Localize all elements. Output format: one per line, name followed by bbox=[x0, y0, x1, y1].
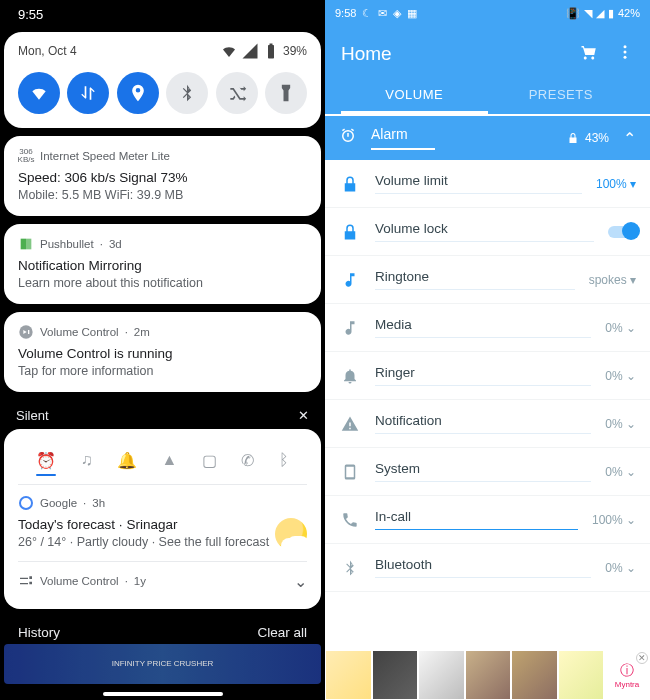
volume-row-ringtone[interactable]: Ringtonespokes ▾ bbox=[325, 256, 650, 304]
row-label: Volume lock bbox=[375, 221, 594, 242]
app-name: Pushbullet bbox=[40, 238, 94, 250]
vc-footer-time: 1y bbox=[134, 575, 146, 587]
cart-icon[interactable] bbox=[580, 43, 598, 65]
quick-settings-panel: Mon, Oct 4 39% bbox=[4, 32, 321, 128]
signal-icon: ◢ bbox=[596, 7, 604, 20]
notification-card[interactable]: Pushbullet·3dNotification MirroringLearn… bbox=[4, 224, 321, 304]
volume-row-system[interactable]: System0% ⌄ bbox=[325, 448, 650, 496]
qs-location-button[interactable] bbox=[117, 72, 159, 114]
row-label: System bbox=[375, 461, 591, 482]
vc-alarm-icon[interactable]: ⏰ bbox=[36, 451, 56, 470]
music-icon bbox=[339, 271, 361, 289]
close-icon[interactable]: ✕ bbox=[298, 408, 309, 423]
battery-icon bbox=[262, 42, 280, 60]
row-label: In-call bbox=[375, 509, 578, 530]
more-icon[interactable] bbox=[616, 43, 634, 65]
qs-shuffle-button[interactable] bbox=[216, 72, 258, 114]
panel-date: Mon, Oct 4 bbox=[18, 44, 77, 58]
svg-point-6 bbox=[624, 56, 627, 59]
notif-title: Notification Mirroring bbox=[18, 258, 307, 273]
row-value: 0% ⌄ bbox=[605, 321, 636, 335]
notification-card[interactable]: Volume Control·2mVolume Control is runni… bbox=[4, 312, 321, 392]
row-label: Media bbox=[375, 317, 591, 338]
ad-brand[interactable]: ✕ ⓘ Myntra bbox=[604, 650, 650, 700]
app-icon bbox=[18, 236, 34, 252]
vibrate-icon: 📳 bbox=[566, 7, 580, 20]
vc-bell-icon[interactable]: 🔔 bbox=[117, 451, 137, 470]
volume-row-bluetooth[interactable]: Bluetooth0% ⌄ bbox=[325, 544, 650, 592]
tab-presets[interactable]: PRESETS bbox=[488, 74, 635, 114]
right-phone: 9:58 ☾ ✉ ◈ ▦ 📳 ◥ ◢ ▮ 42% Home bbox=[325, 0, 650, 700]
notif-title: Speed: 306 kb/s Signal 73% bbox=[18, 170, 307, 185]
weather-title: Today's forecast · Srinagar bbox=[18, 517, 269, 532]
history-button[interactable]: History bbox=[18, 625, 60, 640]
volume-row-ringer[interactable]: Ringer0% ⌄ bbox=[325, 352, 650, 400]
row-value: 0% ⌄ bbox=[605, 465, 636, 479]
vc-music-icon[interactable]: ♫ bbox=[81, 451, 93, 470]
clear-all-button[interactable]: Clear all bbox=[257, 625, 307, 640]
notification-card[interactable]: 306KB/sInternet Speed Meter LiteSpeed: 3… bbox=[4, 136, 321, 216]
volume-control-silent-card[interactable]: ⏰♫🔔▲▢✆ᛒ Google · 3h Today's forecast · S… bbox=[4, 429, 321, 609]
app-icon: ▦ bbox=[407, 7, 417, 20]
google-icon bbox=[18, 495, 34, 511]
volume-row-volume-limit[interactable]: Volume limit100% ▾ bbox=[325, 160, 650, 208]
row-value: spokes ▾ bbox=[589, 273, 636, 287]
alert-icon bbox=[339, 415, 361, 433]
chevron-down-icon[interactable]: ⌄ bbox=[294, 572, 307, 591]
weather-icon bbox=[275, 518, 307, 550]
ad-banner[interactable]: ✕ ⓘ Myntra bbox=[325, 650, 650, 700]
volume-row-in-call[interactable]: In-call100% ⌄ bbox=[325, 496, 650, 544]
mail-icon: ✉ bbox=[378, 7, 387, 20]
row-value: 0% ⌄ bbox=[605, 369, 636, 383]
ad-banner[interactable]: INFINITY PRICE CRUSHER bbox=[4, 644, 321, 684]
weather-app: Google bbox=[40, 497, 77, 509]
notif-body: Learn more about this notification bbox=[18, 275, 307, 292]
app-icon bbox=[18, 324, 34, 340]
signal-icon bbox=[241, 42, 259, 60]
app-name: Volume Control bbox=[40, 326, 119, 338]
silent-label: Silent bbox=[16, 408, 49, 423]
volume-row-volume-lock[interactable]: Volume lock bbox=[325, 208, 650, 256]
svg-point-4 bbox=[624, 45, 627, 48]
vc-bluetooth-icon[interactable]: ᛒ bbox=[279, 451, 289, 470]
lock-icon bbox=[339, 223, 361, 241]
lock-icon bbox=[339, 175, 361, 193]
volume-row-notification[interactable]: Notification0% ⌄ bbox=[325, 400, 650, 448]
row-value: 100% ▾ bbox=[596, 177, 636, 191]
vc-phone-icon[interactable]: ▢ bbox=[202, 451, 217, 470]
alarm-value: 43% bbox=[567, 131, 609, 145]
vc-call-icon[interactable]: ✆ bbox=[241, 451, 254, 470]
notif-title: Volume Control is running bbox=[18, 346, 307, 361]
svg-point-5 bbox=[624, 51, 627, 54]
call-icon bbox=[339, 511, 361, 529]
chevron-up-icon[interactable]: ⌃ bbox=[623, 129, 636, 148]
silent-header: Silent ✕ bbox=[0, 400, 325, 429]
qs-wifi-button[interactable] bbox=[18, 72, 60, 114]
volume-row-media[interactable]: Media0% ⌄ bbox=[325, 304, 650, 352]
svg-rect-0 bbox=[21, 239, 26, 250]
row-value: 100% ⌄ bbox=[592, 513, 636, 527]
slider-icon bbox=[18, 573, 34, 589]
wifi-icon: ◥ bbox=[584, 7, 592, 20]
notif-time: 2m bbox=[134, 326, 150, 338]
row-label: Ringer bbox=[375, 365, 591, 386]
row-value: 0% ⌄ bbox=[605, 417, 636, 431]
vc-alert-icon[interactable]: ▲ bbox=[162, 451, 178, 470]
row-label: Volume limit bbox=[375, 173, 582, 194]
main-alarm-row[interactable]: Alarm 43% ⌃ bbox=[325, 116, 650, 160]
alarm-icon bbox=[339, 127, 357, 149]
notif-time: 3d bbox=[109, 238, 122, 250]
nav-handle[interactable] bbox=[103, 692, 223, 696]
status-time: 9:55 bbox=[18, 7, 43, 22]
row-label: Notification bbox=[375, 413, 591, 434]
toggle-switch[interactable] bbox=[608, 226, 636, 238]
qs-bluetooth-button[interactable] bbox=[166, 72, 208, 114]
ad-close-icon[interactable]: ✕ bbox=[636, 652, 648, 664]
qs-data-button[interactable] bbox=[67, 72, 109, 114]
qs-flashlight-button[interactable] bbox=[265, 72, 307, 114]
bluetooth-icon bbox=[339, 559, 361, 577]
tab-volume[interactable]: VOLUME bbox=[341, 74, 488, 114]
weather-body: 26° / 14° · Partly cloudy · See the full… bbox=[18, 534, 269, 551]
left-phone: 9:55 Mon, Oct 4 39% 306KB/sInternet Spee… bbox=[0, 0, 325, 700]
svg-point-3 bbox=[20, 497, 32, 509]
